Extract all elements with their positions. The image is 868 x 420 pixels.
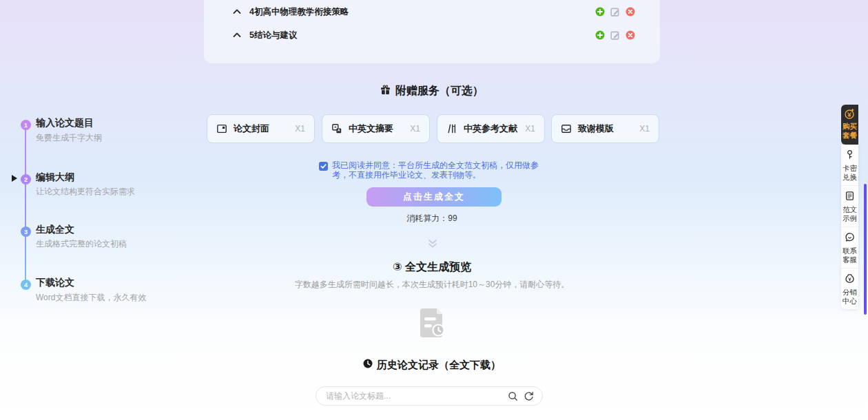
chat-icon: [845, 232, 855, 245]
coin-yuan-icon: [844, 108, 856, 120]
stepper-connector-line: [25, 126, 26, 288]
service-card-count: X1: [525, 124, 535, 134]
step-4-title: 下载论文: [36, 277, 74, 289]
add-section-icon[interactable]: [595, 7, 605, 17]
rail-item-label: 联系客服: [842, 246, 858, 264]
outline-chapter-title: 5结论与建议: [249, 30, 297, 41]
service-card-count: X1: [410, 124, 420, 134]
rail-item-contact-support[interactable]: 联系客服: [841, 227, 858, 268]
compute-cost-label: 消耗算力：99: [204, 213, 660, 224]
paper-generator-page: 4初高中物理教学衔接策略 5结论与建议: [0, 0, 868, 420]
step-2-subtitle: 让论文结构更符合实际需求: [36, 186, 135, 198]
history-search-bar: [316, 386, 543, 406]
step-2-badge: 2: [21, 174, 31, 185]
double-chevron-down-icon: [428, 239, 437, 251]
service-card-cover[interactable]: 论文封面 X1: [207, 114, 315, 143]
step-3-title: 生成全文: [36, 224, 74, 236]
service-card-acknowledgement[interactable]: 致谢模版 X1: [551, 114, 659, 143]
delete-section-icon[interactable]: [626, 30, 635, 40]
sample-doc-icon: [845, 191, 855, 204]
mail-icon: [561, 123, 572, 134]
history-heading: 历史论文记录（全文下载）: [204, 359, 660, 371]
rail-item-sample-papers[interactable]: 范文示例: [841, 185, 858, 227]
preview-heading: ③ 全文生成预览: [204, 260, 660, 275]
services-heading-text: 附赠服务（可选）: [395, 84, 484, 98]
outline-chapter-title: 4初高中物理教学衔接策略: [249, 6, 349, 18]
purchase-plan-tab[interactable]: 购买套餐: [841, 105, 858, 145]
money-bag-icon: [845, 273, 855, 286]
document-pending-icon: [419, 307, 446, 342]
outline-row: 4初高中物理教学衔接策略: [204, 3, 660, 21]
outline-row-actions: [595, 7, 635, 17]
step-2-title: 编辑大纲: [36, 171, 74, 184]
refresh-icon[interactable]: [524, 391, 534, 401]
side-rail: 卡密兑换 范文示例 联系客服 分销中心: [841, 145, 858, 309]
outline-row: 5结论与建议: [204, 26, 660, 44]
search-input[interactable]: [326, 391, 508, 401]
rail-item-label: 范文示例: [842, 205, 858, 222]
services-heading: 附赠服务（可选）: [204, 84, 660, 98]
step-1-badge: 1: [21, 120, 31, 130]
rail-item-distribution-center[interactable]: 分销中心: [841, 268, 858, 309]
outline-row-actions: [595, 30, 635, 40]
agreement-checkbox[interactable]: [319, 162, 328, 171]
cover-icon: [216, 123, 227, 134]
service-card-label: 中英文摘要: [349, 123, 393, 135]
rail-item-card-redeem[interactable]: 卡密兑换: [841, 145, 858, 185]
references-icon: [446, 123, 457, 134]
generate-fulltext-button[interactable]: 点击生成全文: [366, 187, 502, 207]
outline-panel: 4初高中物理教学衔接策略 5结论与建议: [204, 0, 660, 63]
delete-section-icon[interactable]: [626, 7, 635, 17]
translate-icon: [331, 123, 342, 134]
service-card-references[interactable]: 中英参考文献 X1: [437, 114, 545, 143]
step-3-badge: 3: [21, 227, 31, 237]
service-card-label: 中英参考文献: [464, 123, 517, 135]
service-card-count: X1: [295, 124, 305, 134]
preview-note: 字数越多生成所需时间越长，本次生成预计耗时10～30分钟，请耐心等待。: [204, 279, 660, 291]
chevron-up-icon[interactable]: [233, 8, 241, 16]
history-heading-text: 历史论文记录（全文下载）: [377, 359, 501, 372]
add-section-icon[interactable]: [595, 30, 605, 40]
purchase-plan-label: 购买套餐: [842, 122, 858, 139]
step-4-badge: 4: [21, 280, 31, 290]
step-1-title: 输入论文题目: [36, 117, 94, 129]
page-scrollbar-thumb[interactable]: [864, 184, 867, 315]
service-card-abstract[interactable]: 中英文摘要 X1: [322, 114, 430, 143]
current-step-arrow-icon: [12, 175, 17, 182]
clock-icon: [363, 359, 373, 371]
step-1-subtitle: 免费生成千字大纲: [36, 132, 102, 144]
service-card-label: 论文封面: [234, 123, 269, 135]
agreement-row: 我已阅读并同意：平台所生成的全文范文初稿，仅用做参考，不直接用作毕业论文、发表刊…: [319, 161, 548, 180]
step-3-subtitle: 生成格式完整的论文初稿: [36, 238, 127, 250]
service-card-count: X1: [639, 124, 650, 134]
agreement-text: 我已阅读并同意：平台所生成的全文范文初稿，仅用做参考，不直接用作毕业论文、发表刊…: [332, 161, 548, 180]
service-card-label: 致谢模版: [578, 123, 614, 135]
step-4-subtitle: Word文档直接下载，永久有效: [36, 292, 146, 304]
key-icon: [845, 149, 855, 162]
edit-section-icon[interactable]: [610, 7, 620, 17]
chevron-up-icon[interactable]: [233, 31, 241, 39]
rail-item-label: 分销中心: [842, 288, 858, 305]
gift-icon: [380, 85, 391, 98]
edit-section-icon[interactable]: [610, 30, 620, 40]
search-icon[interactable]: [508, 391, 518, 401]
rail-item-label: 卡密兑换: [842, 164, 858, 181]
